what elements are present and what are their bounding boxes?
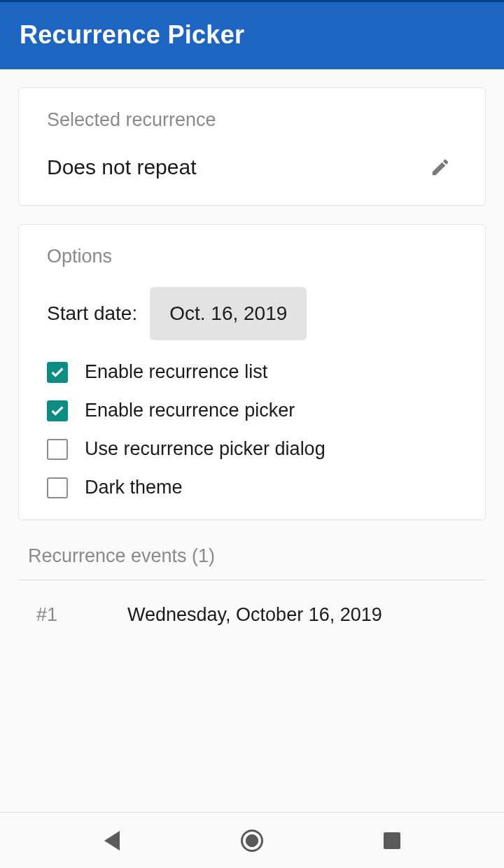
- events-list: #1 Wednesday, October 16, 2019: [18, 580, 486, 650]
- edit-recurrence-button[interactable]: [424, 150, 457, 184]
- event-row: #1 Wednesday, October 16, 2019: [18, 580, 486, 650]
- start-date-row: Start date: Oct. 16, 2019: [47, 287, 457, 340]
- screen: Recurrence Picker Selected recurrence Do…: [0, 0, 504, 868]
- home-icon: [241, 830, 263, 852]
- recent-apps-icon: [384, 832, 400, 849]
- checkbox-label: Dark theme: [85, 477, 183, 498]
- options-title: Options: [47, 246, 457, 267]
- nav-home-button[interactable]: [235, 824, 269, 858]
- nav-back-button[interactable]: [95, 824, 129, 858]
- content-area: Selected recurrence Does not repeat Opti…: [0, 69, 504, 812]
- checkbox-list: Enable recurrence list Enable recurrence…: [47, 361, 457, 498]
- selected-recurrence-title: Selected recurrence: [47, 109, 457, 131]
- nav-recent-button[interactable]: [375, 824, 409, 858]
- checkbox-label: Use recurrence picker dialog: [85, 438, 326, 460]
- checkbox-enable-recurrence-picker[interactable]: Enable recurrence picker: [47, 400, 457, 421]
- checkbox-icon: [47, 362, 68, 383]
- checkbox-label: Enable recurrence picker: [85, 400, 295, 421]
- system-nav-bar: [0, 812, 504, 868]
- events-section: Recurrence events (1) #1 Wednesday, Octo…: [18, 538, 486, 650]
- pencil-icon: [430, 157, 451, 178]
- selected-recurrence-card: Selected recurrence Does not repeat: [18, 88, 486, 206]
- selected-recurrence-value: Does not repeat: [47, 155, 196, 179]
- checkbox-enable-recurrence-list[interactable]: Enable recurrence list: [47, 361, 457, 383]
- options-card: Options Start date: Oct. 16, 2019 Enable…: [18, 224, 486, 520]
- checkbox-icon: [47, 439, 68, 460]
- checkbox-dark-theme[interactable]: Dark theme: [47, 477, 457, 498]
- checkbox-label: Enable recurrence list: [85, 361, 267, 383]
- checkbox-icon: [47, 477, 68, 498]
- event-index: #1: [36, 604, 71, 626]
- event-date: Wednesday, October 16, 2019: [127, 604, 382, 626]
- events-header: Recurrence events (1): [18, 538, 486, 567]
- start-date-label: Start date:: [47, 302, 137, 325]
- checkbox-icon: [47, 400, 68, 421]
- app-title: Recurrence Picker: [20, 20, 484, 50]
- checkbox-use-recurrence-picker-dialog[interactable]: Use recurrence picker dialog: [47, 438, 457, 460]
- app-bar: Recurrence Picker: [0, 2, 504, 69]
- start-date-button[interactable]: Oct. 16, 2019: [150, 287, 307, 340]
- back-icon: [104, 831, 120, 850]
- selected-recurrence-row: Does not repeat: [47, 150, 457, 184]
